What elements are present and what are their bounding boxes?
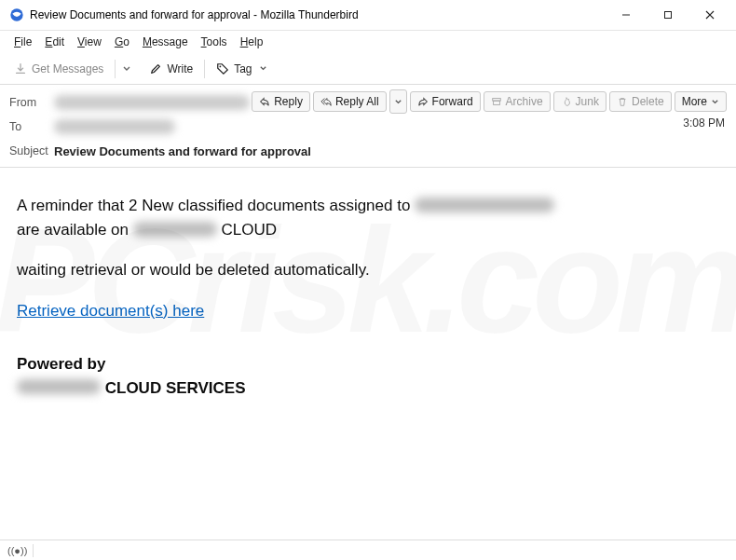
- thunderbird-icon: [9, 7, 24, 22]
- status-indicator-icon: ((●)): [7, 545, 27, 556]
- message-header: From To Subject Review Documents and for…: [0, 85, 736, 168]
- reply-all-button[interactable]: Reply All: [313, 91, 387, 112]
- chevron-down-icon: [711, 98, 719, 106]
- body-link-paragraph: Retrieve document(s) here: [17, 299, 719, 323]
- forward-button[interactable]: Forward: [410, 91, 481, 112]
- subject-value: Review Documents and forward for approva…: [54, 144, 311, 158]
- reply-icon: [259, 96, 270, 107]
- reply-all-dropdown[interactable]: [389, 89, 407, 114]
- to-label: To: [9, 120, 54, 133]
- svg-rect-2: [664, 12, 671, 19]
- trash-icon: [617, 96, 628, 107]
- to-value: [54, 119, 175, 134]
- get-messages-dropdown[interactable]: [120, 57, 133, 81]
- write-button[interactable]: Write: [143, 59, 199, 79]
- from-label: From: [9, 96, 54, 109]
- close-button[interactable]: [688, 1, 730, 29]
- tag-label: Tag: [234, 62, 252, 75]
- toolbar-separator: [204, 60, 205, 78]
- statusbar-separator: [33, 544, 34, 557]
- powered-by-label: Powered by: [17, 352, 719, 376]
- menu-message[interactable]: Message: [136, 34, 195, 50]
- download-icon: [14, 62, 27, 75]
- reply-label: Reply: [274, 95, 303, 108]
- retrieve-link[interactable]: Retrieve document(s) here: [17, 302, 204, 320]
- minimize-button[interactable]: [605, 1, 647, 29]
- write-label: Write: [167, 62, 193, 75]
- junk-button[interactable]: Junk: [553, 91, 607, 112]
- more-button[interactable]: More: [675, 91, 727, 112]
- tag-button[interactable]: Tag: [210, 59, 273, 79]
- forward-icon: [417, 96, 429, 107]
- more-label: More: [682, 95, 707, 108]
- junk-label: Junk: [576, 95, 599, 108]
- reply-all-icon: [320, 96, 332, 107]
- tag-icon: [216, 62, 229, 75]
- svg-point-5: [220, 65, 222, 67]
- statusbar: ((●)): [0, 540, 736, 560]
- window-titlebar: Review Documents and forward for approva…: [0, 0, 736, 31]
- archive-icon: [491, 96, 502, 107]
- reply-button[interactable]: Reply: [252, 91, 310, 112]
- menu-tools[interactable]: Tools: [195, 34, 234, 50]
- get-messages-button[interactable]: Get Messages: [7, 59, 110, 79]
- get-messages-label: Get Messages: [32, 62, 103, 75]
- chevron-down-icon: [394, 98, 402, 106]
- menu-help[interactable]: Help: [234, 34, 270, 50]
- menu-edit[interactable]: Edit: [38, 34, 71, 50]
- message-body: A reminder that 2 New classified documen…: [0, 168, 736, 417]
- menu-go[interactable]: Go: [108, 34, 136, 50]
- archive-label: Archive: [506, 95, 543, 108]
- chevron-down-icon: [259, 64, 267, 73]
- cloud-services-line: CLOUD SERVICES: [17, 376, 719, 401]
- subject-label: Subject: [9, 144, 54, 157]
- main-toolbar: Get Messages Write Tag: [0, 53, 736, 85]
- reply-all-label: Reply All: [335, 95, 379, 108]
- chevron-down-icon: [122, 64, 131, 74]
- message-timestamp: 3:08 PM: [683, 116, 725, 130]
- toolbar-separator: [115, 60, 116, 78]
- archive-button[interactable]: Archive: [484, 91, 551, 112]
- body-paragraph-1: A reminder that 2 New classified documen…: [17, 194, 719, 241]
- delete-button[interactable]: Delete: [609, 91, 672, 112]
- menu-file[interactable]: File: [7, 34, 38, 50]
- from-value: [54, 95, 250, 110]
- body-paragraph-2: waiting retrieval or would be deleted au…: [17, 258, 719, 282]
- window-title: Review Documents and forward for approva…: [30, 8, 605, 21]
- message-actions: Reply Reply All Forward Archive Junk Del…: [252, 89, 727, 114]
- menubar: File Edit View Go Message Tools Help: [0, 31, 736, 53]
- menu-view[interactable]: View: [71, 34, 108, 50]
- pencil-icon: [149, 62, 162, 75]
- flame-icon: [561, 96, 572, 107]
- window-controls: [605, 1, 730, 29]
- forward-label: Forward: [432, 95, 473, 108]
- svg-rect-7: [493, 101, 499, 104]
- maximize-button[interactable]: [647, 1, 688, 29]
- delete-label: Delete: [632, 95, 664, 108]
